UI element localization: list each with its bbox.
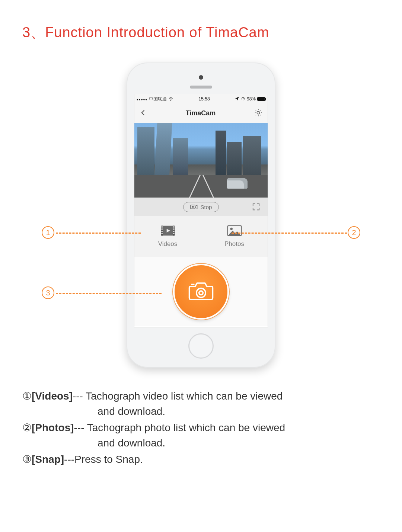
car-graphic [227, 178, 248, 189]
settings-button[interactable] [254, 109, 262, 118]
building-graphic [154, 123, 172, 175]
legend-cont-1: and download. [22, 404, 380, 419]
videos-tile[interactable]: Videos [134, 216, 201, 257]
legend: ①[Videos]--- Tachograph video list which… [22, 389, 380, 469]
videos-icon [160, 225, 175, 238]
svg-point-17 [199, 291, 203, 295]
legend-num-2: ② [22, 422, 32, 433]
back-button[interactable] [140, 108, 147, 119]
legend-num-3: ③ [22, 454, 32, 465]
page-title: 3、Function Introduction of TimaCam [22, 23, 269, 42]
location-icon [235, 96, 239, 102]
svg-point-16 [197, 288, 206, 298]
phone-speaker [190, 86, 212, 89]
wifi-icon [168, 96, 173, 102]
phone-front-camera [199, 75, 203, 80]
nav-bar: TimaCam [134, 104, 268, 123]
building-graphic [243, 136, 261, 175]
svg-rect-6 [161, 226, 162, 227]
svg-rect-8 [161, 231, 162, 232]
legend-item-videos: ①[Videos]--- Tachograph video list which… [22, 389, 380, 419]
status-bar: 中国联通 15:58 98% [134, 94, 268, 104]
legend-num-1: ① [22, 390, 32, 402]
battery-icon [257, 97, 265, 101]
callout-number-1: 1 [42, 226, 54, 239]
road-graphic [134, 175, 268, 198]
carrier-label: 中国联通 [149, 96, 167, 102]
svg-rect-7 [161, 228, 162, 230]
callout-line-1 [56, 233, 141, 234]
legend-key-2: [Photos] [32, 422, 74, 433]
building-graphic [137, 127, 154, 175]
camcorder-icon [190, 204, 198, 209]
camera-icon [188, 281, 214, 303]
svg-rect-11 [173, 228, 174, 230]
phone-screen: 中国联通 15:58 98% TimaCam [134, 94, 268, 327]
photos-label: Photos [224, 240, 244, 248]
callout-number-3: 3 [42, 286, 54, 299]
photos-tile[interactable]: Photos [201, 216, 268, 257]
svg-rect-2 [192, 206, 194, 208]
svg-rect-13 [173, 233, 174, 234]
legend-cont-2: and download. [22, 436, 380, 451]
legend-key-3: [Snap] [32, 454, 64, 465]
legend-desc-3: Press to Snap. [74, 454, 143, 465]
stop-label: Stop [201, 204, 212, 210]
legend-item-snap: ③[Snap]---Press to Snap. [22, 452, 380, 467]
signal-dots-icon [137, 96, 147, 102]
videos-label: Videos [158, 240, 178, 248]
svg-point-15 [230, 228, 233, 230]
legend-desc-1: Tachograph video list which can be viewe… [86, 390, 283, 402]
building-graphic [173, 138, 188, 175]
nav-title: TimaCam [186, 109, 216, 117]
legend-key-1: [Videos] [32, 390, 73, 402]
phone-frame: 中国联通 15:58 98% TimaCam [127, 63, 275, 368]
battery-pct-label: 98% [247, 96, 256, 102]
callout-number-2: 2 [348, 226, 360, 239]
snap-button[interactable] [173, 264, 229, 320]
fullscreen-button[interactable] [252, 203, 260, 212]
legend-sep-2: --- [74, 422, 87, 433]
svg-rect-9 [161, 233, 162, 234]
preview-controls: Stop [134, 198, 268, 216]
legend-item-photos: ②[Photos]--- Tachograph photo list which… [22, 420, 380, 451]
svg-rect-12 [173, 231, 174, 232]
stop-recording-button[interactable]: Stop [183, 202, 219, 212]
legend-desc-2: Tachograph photo list which can be viewe… [87, 422, 285, 433]
building-graphic [216, 131, 226, 175]
home-button[interactable] [188, 333, 214, 359]
building-graphic [227, 142, 242, 175]
legend-sep-1: --- [73, 390, 86, 402]
svg-rect-18 [191, 284, 195, 285]
clock-label: 15:58 [199, 96, 210, 102]
legend-sep-3: --- [64, 454, 74, 465]
live-preview[interactable] [134, 123, 268, 198]
photos-icon [227, 225, 242, 238]
gallery-row: Videos Photos [134, 216, 268, 257]
alarm-icon [241, 96, 245, 102]
snap-area [134, 257, 268, 326]
svg-rect-10 [173, 226, 174, 227]
callout-line-3 [56, 293, 162, 294]
callout-line-2 [232, 233, 347, 234]
